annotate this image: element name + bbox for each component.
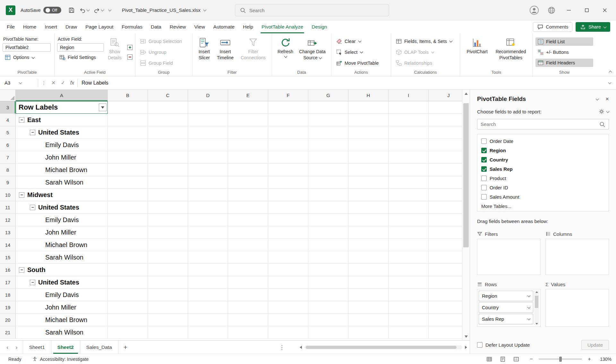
cell[interactable] (348, 226, 389, 239)
cell[interactable] (108, 301, 148, 314)
next-sheet-icon[interactable]: › (15, 344, 17, 351)
cell[interactable] (148, 314, 188, 326)
cell[interactable] (308, 176, 348, 189)
cell[interactable] (268, 101, 308, 114)
filter-connections-button[interactable]: Filter Connections (239, 36, 268, 68)
column-header-f[interactable]: F (268, 90, 308, 101)
zoom-in-button[interactable]: + (588, 356, 591, 362)
cell-a19[interactable]: John Miller (16, 301, 108, 314)
ribbon-tab-formulas[interactable]: Formulas (117, 21, 147, 33)
cell[interactable] (308, 189, 348, 201)
globe-icon[interactable] (547, 6, 556, 14)
field-item-country[interactable]: Country (479, 155, 607, 164)
cell[interactable] (188, 164, 228, 176)
cell[interactable] (348, 326, 389, 339)
checkbox-checked[interactable] (481, 148, 487, 153)
cell[interactable] (108, 314, 148, 326)
cell[interactable] (308, 101, 348, 114)
cell[interactable] (429, 276, 462, 289)
ribbon-tab-page-layout[interactable]: Page Layout (81, 21, 117, 33)
cell[interactable] (429, 251, 462, 264)
comments-button[interactable]: Comments (533, 22, 572, 32)
cell[interactable] (348, 289, 389, 301)
cell[interactable] (148, 176, 188, 189)
cell[interactable] (228, 114, 268, 126)
cell[interactable] (228, 139, 268, 151)
cell[interactable] (188, 276, 228, 289)
ribbon-tab-file[interactable]: File (3, 21, 19, 33)
cell[interactable] (228, 314, 268, 326)
cell[interactable] (188, 201, 228, 214)
checkbox-checked[interactable] (481, 157, 487, 162)
cell-a9[interactable]: Sarah Wilson (16, 176, 108, 189)
cell[interactable] (148, 214, 188, 226)
cell[interactable] (348, 139, 389, 151)
cell[interactable] (108, 139, 148, 151)
cell[interactable] (389, 226, 429, 239)
cell[interactable] (268, 201, 308, 214)
cell[interactable] (148, 326, 188, 339)
cell[interactable] (188, 314, 228, 326)
cell[interactable] (389, 139, 429, 151)
cell[interactable] (429, 214, 462, 226)
field-item-sales-amount[interactable]: Sales Amount (479, 192, 607, 202)
cell[interactable] (429, 151, 462, 164)
cell[interactable] (228, 226, 268, 239)
rows-area-field-country[interactable]: Country (479, 302, 533, 313)
cell[interactable] (228, 264, 268, 276)
collapse-ribbon-icon[interactable] (609, 71, 612, 74)
cell[interactable] (188, 176, 228, 189)
search-box[interactable] (235, 4, 389, 16)
cell[interactable] (188, 214, 228, 226)
cell[interactable] (228, 276, 268, 289)
column-header-c[interactable]: C (148, 90, 188, 101)
cell[interactable] (429, 289, 462, 301)
select-button[interactable]: Select (334, 48, 388, 56)
collapse-button[interactable]: − (30, 205, 35, 210)
ribbon-tab-view[interactable]: View (190, 21, 209, 33)
scroll-up-icon[interactable] (535, 291, 538, 293)
rows-area-scrollbar[interactable] (534, 291, 539, 325)
row-header-16[interactable]: 16 (0, 264, 16, 276)
cell[interactable] (108, 151, 148, 164)
sheet-tab-sheet1[interactable]: Sheet1 (23, 341, 51, 354)
cell[interactable] (348, 189, 389, 201)
row-header-7[interactable]: 7 (0, 151, 16, 164)
cell[interactable] (348, 201, 389, 214)
cell[interactable] (389, 239, 429, 251)
ribbon-tab-draw[interactable]: Draw (61, 21, 81, 33)
checkbox-checked[interactable] (481, 166, 487, 172)
cell[interactable] (429, 301, 462, 314)
cell-a5[interactable]: −United States (16, 126, 108, 139)
cell[interactable] (429, 114, 462, 126)
cell-a8[interactable]: Michael Brown (16, 164, 108, 176)
checkbox-unchecked[interactable] (481, 176, 487, 181)
options-button[interactable]: Options (3, 53, 52, 62)
cell[interactable] (348, 314, 389, 326)
cell[interactable] (108, 101, 148, 114)
scroll-left-icon[interactable] (300, 346, 302, 349)
cell[interactable] (148, 126, 188, 139)
cell[interactable] (228, 164, 268, 176)
cell[interactable] (228, 101, 268, 114)
close-button[interactable] (600, 5, 610, 15)
collapse-button[interactable]: − (19, 192, 24, 198)
row-header-4[interactable]: 4 (0, 114, 16, 126)
ribbon-tab-pivottable-analyze[interactable]: PivotTable Analyze (257, 21, 307, 33)
scroll-right-icon[interactable] (465, 346, 467, 349)
cell-a7[interactable]: John Miller (16, 151, 108, 164)
cell[interactable] (268, 139, 308, 151)
field-settings-button[interactable]: Field Settings (57, 53, 104, 62)
cell[interactable] (429, 139, 462, 151)
cell[interactable] (188, 114, 228, 126)
ribbon-tab-design[interactable]: Design (307, 21, 331, 33)
rows-area[interactable]: RegionCountrySales Rep (477, 289, 541, 327)
cell[interactable] (389, 176, 429, 189)
recommended-pivottables-button[interactable]: Recommended PivotTables (494, 36, 528, 68)
cell[interactable] (348, 176, 389, 189)
cell[interactable] (389, 251, 429, 264)
cell[interactable] (268, 151, 308, 164)
cell[interactable] (348, 301, 389, 314)
excel-app-icon[interactable]: X (6, 5, 15, 15)
undo-button[interactable] (79, 7, 89, 13)
